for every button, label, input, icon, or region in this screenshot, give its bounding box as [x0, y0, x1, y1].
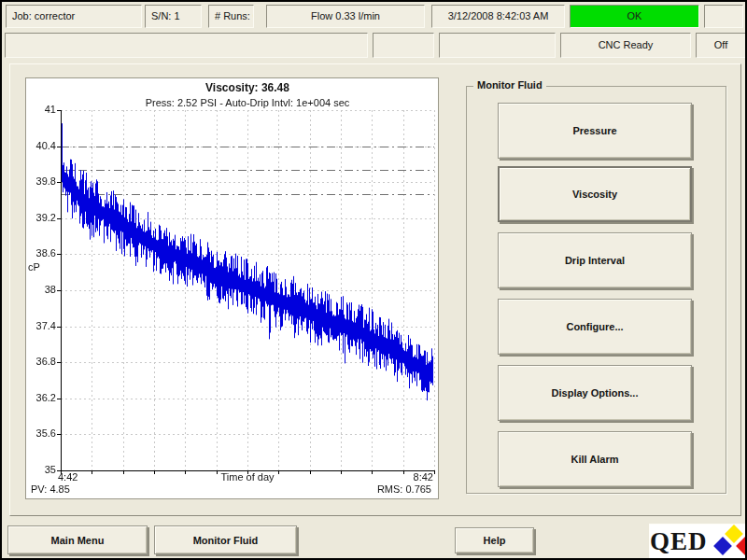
qed-logo: QED: [649, 524, 746, 559]
kill-alarm-button[interactable]: Kill Alarm: [498, 431, 692, 487]
pressure-button[interactable]: Pressure: [498, 103, 692, 159]
power-status-field: Off: [696, 33, 746, 58]
rms-readout: RMS: 0.765: [377, 483, 431, 495]
qed-diamonds-icon: [712, 526, 745, 556]
y-axis-unit-label: cP: [28, 261, 40, 273]
blue-diamond-icon: [713, 537, 732, 555]
monitor-fluid-group: Monitor Fluid Pressure Viscosity Drip In…: [466, 86, 726, 494]
y-tick-label: 36.8: [26, 356, 56, 368]
y-tick-label: 38: [26, 284, 56, 296]
qed-logo-text: QED: [650, 529, 708, 554]
drip-interval-button[interactable]: Drip Interval: [498, 232, 692, 288]
runs-field: # Runs: 0: [208, 5, 254, 28]
x-tick-end: 8:42: [414, 471, 433, 483]
y-tick-label: 38.6: [26, 247, 56, 259]
flow-field: Flow 0.33 l/min: [266, 5, 425, 28]
chart-title: Viscosity: 36.48: [61, 81, 434, 94]
chart-subtitle: Press: 2.52 PSI - Auto-Drip Intvl: 1e+00…: [61, 97, 434, 108]
y-tick-label: 39.8: [26, 175, 56, 188]
aux-status-field: [704, 5, 743, 28]
y-tick-label: 37.4: [26, 320, 56, 332]
cnc-status-field: CNC Ready: [560, 33, 691, 58]
ok-status-indicator: OK: [570, 5, 699, 28]
viscosity-trend-plot: [26, 78, 438, 498]
job-status-field: Job: corrector: [6, 5, 142, 28]
y-tick-label: 41: [26, 104, 56, 116]
message-field: [5, 33, 368, 58]
y-tick-label: 35.6: [26, 427, 56, 440]
app-window: Job: corrector S/N: 1 # Runs: 0 Flow 0.3…: [0, 0, 747, 560]
main-menu-button[interactable]: Main Menu: [7, 525, 148, 554]
pv-readout: PV: 4.85: [31, 483, 70, 495]
aux-field-2: [373, 33, 434, 58]
monitor-fluid-group-label: Monitor Fluid: [473, 79, 546, 91]
y-tick-label: 40.4: [26, 140, 56, 152]
configure-button[interactable]: Configure...: [498, 299, 692, 355]
datetime-field: 3/12/2008 8:42:03 AM: [431, 5, 565, 28]
serial-number-field: S/N: 1: [145, 5, 202, 28]
monitor-fluid-nav-button[interactable]: Monitor Fluid: [154, 525, 297, 554]
x-axis-label: Time of day: [61, 471, 434, 483]
y-tick-label: 36.2: [26, 392, 56, 404]
viscosity-button[interactable]: Viscosity: [498, 166, 692, 222]
help-button[interactable]: Help: [455, 527, 534, 553]
aux-field-3: [439, 33, 556, 58]
display-options-button[interactable]: Display Options...: [498, 365, 692, 421]
y-tick-label: 39.2: [26, 212, 56, 224]
chart-panel: Viscosity: 36.48 Press: 2.52 PSI - Auto-…: [25, 77, 439, 499]
y-tick-label: 35: [26, 464, 56, 476]
